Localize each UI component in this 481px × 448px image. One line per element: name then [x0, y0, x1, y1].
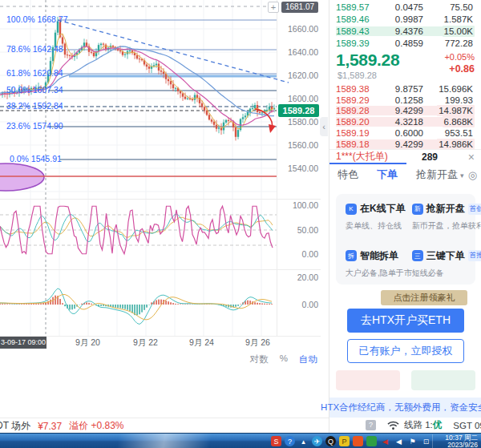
feature-item-smart-split[interactable]: 拆智能拆单大户必备,隐单于市 — [346, 249, 412, 285]
large-order-text: 1***(大托单) — [336, 150, 388, 163]
open-account-button[interactable]: 去HTX开户买ETH — [347, 309, 464, 333]
tray-expand-icon[interactable]: ▴ — [298, 436, 309, 446]
order-amount: 0.4859 — [384, 38, 423, 48]
date-tick-label: 9月 26 — [245, 337, 270, 349]
feature-title: 三键下单 — [426, 249, 465, 263]
orderbook-row[interactable]: 1589.204.32186.868K — [329, 116, 481, 127]
panel-tabs: 特色 下单 抢新开盘▾ ◎ — [329, 164, 481, 185]
feature-card: K在K线下单卖单线、持仓线新抢新开盘首创新币开盘，抢单获利拆智能拆单大户必备,隐… — [336, 194, 475, 285]
auto-scale-toggle[interactable]: 自动 — [299, 353, 317, 365]
register-gift-tooltip: 点击注册领豪礼 — [381, 290, 467, 305]
otc-market-label: DT 场外 — [0, 419, 30, 433]
order-price[interactable]: 1589.28 — [336, 106, 384, 115]
close-icon[interactable]: × — [468, 151, 475, 163]
price-tick-label: 1640.00 — [279, 47, 318, 57]
settings-icon[interactable]: ◎ — [468, 169, 477, 181]
feature-badge: 首创 — [468, 204, 481, 215]
authorize-button[interactable]: 已有账户，立即授权 — [347, 339, 464, 363]
telegram-icon[interactable]: ✈ — [312, 436, 322, 446]
orderbook-row[interactable]: 1589.570.047575.50 — [329, 1, 481, 13]
network-icon[interactable]: ⊡ — [421, 436, 431, 446]
order-amount: 0.6000 — [384, 128, 423, 138]
order-price[interactable]: 1589.39 — [336, 38, 384, 48]
order-price[interactable]: 1589.38 — [336, 84, 384, 94]
fib-level-label: 38.2% 1592.84 — [6, 101, 63, 111]
order-price[interactable]: 1589.43 — [336, 26, 384, 36]
order-price[interactable]: 1589.20 — [336, 117, 384, 127]
large-order-alert[interactable]: 1***(大托单) 289 × — [329, 149, 481, 163]
orderbook-asks[interactable]: 1589.570.047575.501589.460.99871.587K158… — [329, 1, 481, 50]
orderbook-bids[interactable]: 1589.389.875715.696K1589.290.1258199.931… — [329, 83, 481, 150]
order-price[interactable]: 1589.18 — [336, 139, 384, 149]
feature-item-new-listing[interactable]: 新抢新开盘首创新币开盘，抢单获利 — [412, 202, 481, 238]
s-app-icon[interactable]: S — [271, 436, 281, 446]
orderbook-row[interactable]: 1589.189.429914.986K — [329, 139, 481, 150]
oscillator-tick-label: 0.00 — [279, 249, 318, 259]
green-app-icon[interactable] — [366, 436, 377, 446]
price-tick-label: 1620.00 — [279, 71, 318, 80]
fib-level-label: 23.6% 1574.90 — [6, 121, 63, 131]
line-quality: 优 — [433, 419, 443, 431]
orderbook-row[interactable]: 1589.439.437615.00K — [329, 25, 481, 37]
last-price: 1,589.28 — [336, 50, 399, 70]
orderbook-row[interactable]: 1589.390.4859772.28 — [329, 38, 481, 50]
broker-footer[interactable]: HTX合作经纪商，无额外费用，资金安全 › — [329, 398, 481, 418]
trade-panel: 1589.570.047575.501589.460.99871.587K158… — [329, 0, 481, 433]
system-tray[interactable]: S?▴✈QP◀◀⚑⊡ — [271, 434, 431, 448]
tab-new-listing[interactable]: 抢新开盘▾ — [416, 167, 464, 182]
feature-item-kline-order[interactable]: K在K线下单卖单线、持仓线 — [346, 202, 412, 238]
order-price[interactable]: 1589.29 — [336, 95, 384, 105]
tab-place-order[interactable]: 下单 — [377, 167, 398, 182]
order-total: 14.987K — [423, 106, 475, 115]
orderbook-row[interactable]: 1589.190.6000953.51 — [329, 127, 481, 139]
ticker: 1,589.28 $1,589.28 +0.05% +0.86 — [336, 50, 475, 83]
flag-icon[interactable]: ⚑ — [407, 436, 418, 446]
current-price-axis-label: 1589.28 — [278, 104, 319, 117]
oscillator-tick-label: 100.00 — [279, 200, 318, 210]
order-price[interactable]: 1589.19 — [336, 128, 384, 138]
app-root: + 1681.07 100.0% 1668.7778.6% 1642.4861.… — [0, 0, 481, 448]
order-total: 14.986K — [423, 139, 475, 149]
volume-icon[interactable]: ◀ — [394, 436, 404, 446]
feature-subtitle: 大户必备,隐单于市 — [346, 268, 412, 279]
tab-features[interactable]: 特色 — [338, 167, 358, 182]
orange-app-icon[interactable] — [353, 436, 363, 446]
orderbook-row[interactable]: 1589.389.875715.696K — [329, 83, 481, 95]
orderbook-row[interactable]: 1589.460.99871.587K — [329, 13, 481, 25]
otc-price: ¥7.37 — [38, 421, 62, 432]
date-tick-label: 9月 24 — [189, 337, 214, 349]
order-price[interactable]: 1589.57 — [336, 2, 384, 12]
otc-price-strip: DT 场外 ¥7.37 溢价 +0.83% — [0, 418, 329, 434]
order-price[interactable]: 1589.46 — [336, 14, 384, 24]
qq-icon[interactable]: Q — [325, 436, 336, 446]
red-speaker-icon[interactable]: ◀ — [380, 436, 390, 446]
date-tick-label: 9月 20 — [75, 337, 100, 349]
smart-split-icon: 拆 — [346, 250, 357, 261]
large-order-count: 289 — [422, 151, 438, 163]
buy-button-disabled — [411, 370, 475, 390]
three-key-icon: 三 — [412, 250, 423, 261]
orderbook-row[interactable]: 1589.290.1258199.93 — [329, 95, 481, 106]
orderbook-row[interactable]: 1589.289.429914.987K — [329, 106, 481, 117]
price-tick-label: 1540.00 — [279, 163, 318, 173]
feature-item-three-key[interactable]: 三三键下单首推短线必备 — [412, 249, 481, 285]
percent-scale-toggle[interactable]: % — [280, 353, 288, 365]
windows-taskbar[interactable]: S?▴✈QP◀◀⚑⊡ 10:37 周二 2023/9/26 — [0, 433, 481, 448]
log-scale-toggle[interactable]: 对数 — [250, 353, 269, 365]
order-amount: 4.3218 — [384, 117, 423, 127]
panel-collapse-handle[interactable]: ‹ — [320, 117, 328, 136]
help-tray-icon[interactable]: ? — [285, 436, 295, 446]
chart-area[interactable]: + 1681.07 100.0% 1668.7778.6% 1642.4861.… — [0, 0, 329, 418]
taskbar-clock[interactable]: 10:37 周二 2023/9/26 — [432, 434, 479, 448]
fib-level-label: 61.8% 1620.84 — [6, 68, 63, 78]
help-icon[interactable]: ? — [366, 420, 376, 430]
add-order-button[interactable]: + — [268, 2, 279, 13]
feature-subtitle: 卖单线、持仓线 — [346, 220, 412, 232]
chart-high-axis-label: 1681.07 — [281, 2, 318, 13]
clock-date: 2023/9/26 — [433, 442, 478, 448]
connection-status-row: ? 线路 1: 优 SGT 09/26 10:37:5 — [329, 418, 481, 433]
yellow-app-icon[interactable]: P — [339, 436, 350, 446]
price-tick-label: 1580.00 — [279, 117, 318, 127]
order-amount: 0.0475 — [384, 2, 423, 12]
sell-button-disabled — [336, 370, 400, 390]
